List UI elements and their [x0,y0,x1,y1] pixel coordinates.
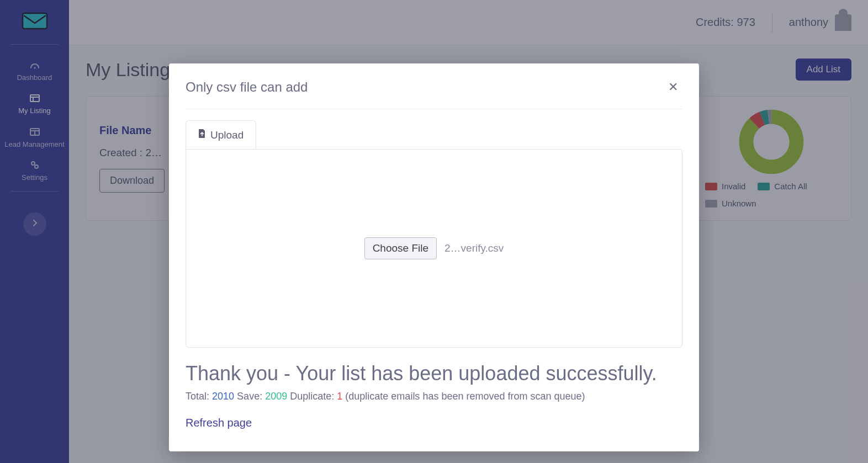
modal-tabs: Upload [186,120,682,149]
selected-filename: 2…verify.csv [444,242,504,254]
modal-close-button[interactable]: ✕ [664,78,682,97]
duplicate-label: Duplicate: [290,391,334,402]
save-value: 2009 [265,391,287,402]
total-value: 2010 [212,391,234,402]
tab-label: Upload [210,129,244,141]
upload-dropzone[interactable]: Choose File 2…verify.csv [186,149,682,348]
upload-success-message: Thank you - Your list has been uploaded … [186,362,682,385]
file-upload-icon [198,129,206,141]
choose-file-button[interactable]: Choose File [364,237,437,259]
close-icon: ✕ [668,80,678,94]
upload-summary: Total: 2010 Save: 2009 Duplicate: 1 (dup… [186,391,682,402]
modal-title: Only csv file can add [186,79,308,95]
total-label: Total: [186,391,209,402]
save-label: Save: [237,391,262,402]
duplicate-value: 1 [337,391,342,402]
duplicate-note: (duplicate emails has been removed from … [345,391,585,402]
upload-modal: Only csv file can add ✕ Upload Choose Fi… [169,63,699,451]
modal-overlay[interactable]: Only csv file can add ✕ Upload Choose Fi… [0,0,868,463]
tab-upload[interactable]: Upload [186,120,256,149]
refresh-page-link[interactable]: Refresh page [186,417,252,429]
